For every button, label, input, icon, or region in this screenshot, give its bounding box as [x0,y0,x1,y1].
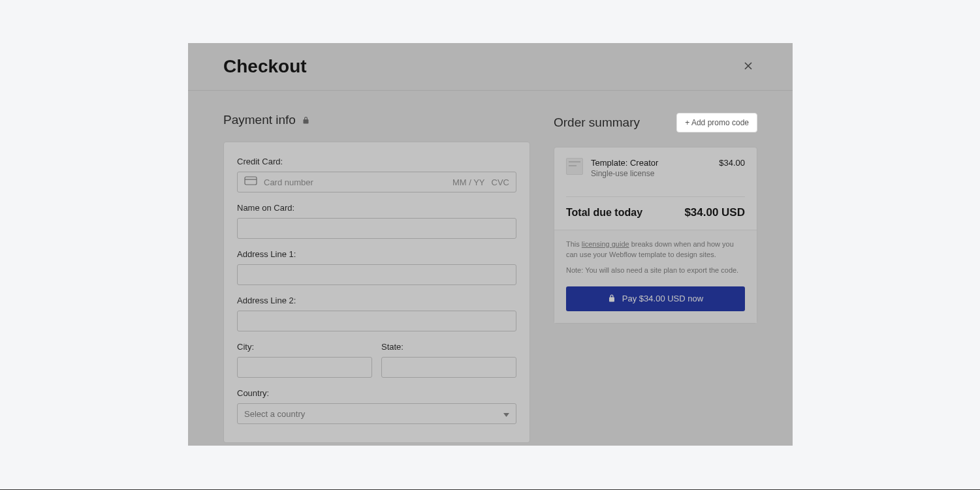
city-input[interactable] [237,357,372,378]
modal-header: Checkout [188,43,793,91]
lock-icon [608,294,616,304]
item-price: $34.00 [719,158,745,168]
payment-section: Payment info Credit Card: Card number MM… [223,113,530,443]
close-icon [743,61,753,73]
payment-heading: Payment info [223,113,530,127]
state-label: State: [381,342,516,352]
city-label: City: [237,342,372,352]
modal-body: Payment info Credit Card: Card number MM… [188,91,793,464]
state-input[interactable] [381,357,516,378]
pay-button[interactable]: Pay $34.00 USD now [566,286,745,311]
chevron-down-icon [503,409,509,419]
address1-label: Address Line 1: [237,249,516,259]
card-input[interactable]: Card number MM / YY CVC [237,172,516,192]
item-subtext: Single-use license [591,169,658,178]
summary-heading: Order summary [554,115,640,130]
summary-section: Order summary + Add promo code Template:… [554,113,757,443]
add-promo-button[interactable]: + Add promo code [676,113,757,132]
item-thumbnail [566,158,583,175]
payment-heading-text: Payment info [223,113,296,127]
country-select-placeholder: Select a country [244,409,305,419]
licensing-guide-link[interactable]: licensing guide [582,240,629,248]
card-icon [244,176,257,188]
card-cvc-placeholder: CVC [492,177,509,187]
country-select[interactable]: Select a country [237,403,516,424]
close-button[interactable] [739,57,757,76]
order-item: Template: Creator Single-use license $34… [566,158,745,187]
name-on-card-input[interactable] [237,218,516,239]
credit-card-label: Credit Card: [237,157,516,166]
total-label: Total due today [566,207,642,219]
payment-form: Credit Card: Card number MM / YY CVC Nam… [223,142,530,443]
siteplan-footnote: Note: You will also need a site plan to … [566,266,745,276]
item-name: Template: Creator [591,158,658,168]
address2-label: Address Line 2: [237,296,516,305]
card-exp-placeholder: MM / YY [452,177,485,187]
total-value: $34.00 USD [684,206,745,219]
card-number-placeholder: Card number [264,177,446,187]
total-row: Total due today $34.00 USD [554,197,757,230]
modal-title: Checkout [223,56,307,77]
checkout-modal: Checkout Payment info Credit Card: [188,43,793,446]
svg-rect-0 [245,177,257,185]
lock-icon [302,113,309,127]
name-on-card-label: Name on Card: [237,203,516,213]
address2-input[interactable] [237,311,516,331]
summary-card: Template: Creator Single-use license $34… [554,147,757,324]
pay-button-label: Pay $34.00 USD now [622,294,703,303]
address1-input[interactable] [237,264,516,285]
country-label: Country: [237,388,516,398]
licensing-footnote: This licensing guide breaks down when an… [566,239,745,260]
